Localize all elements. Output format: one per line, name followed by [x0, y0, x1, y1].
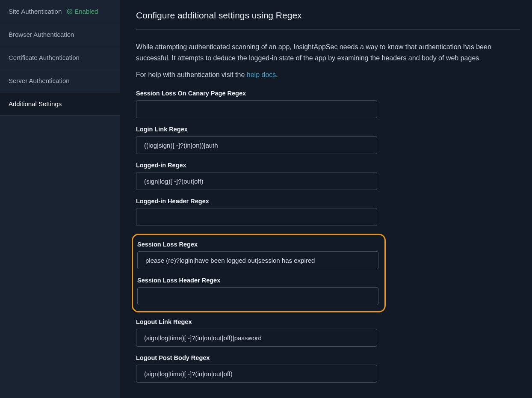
sidebar-item-label: Certificate Authentication: [9, 54, 80, 61]
sidebar-item-label: Site Authentication: [9, 8, 62, 15]
input-login-link[interactable]: [136, 136, 377, 154]
input-session-loss-canary[interactable]: [136, 100, 377, 118]
input-session-loss[interactable]: [137, 251, 378, 269]
page-title: Configure additional settings using Rege…: [136, 10, 520, 30]
input-session-loss-header[interactable]: [137, 287, 378, 305]
label-session-loss: Session Loss Regex: [137, 241, 380, 248]
help-prefix: For help with authentication visit the: [136, 71, 247, 78]
main-content: Configure additional settings using Rege…: [120, 0, 532, 398]
field-logout-link: Logout Link Regex: [136, 318, 520, 347]
field-session-loss-canary: Session Loss On Canary Page Regex: [136, 90, 520, 118]
sidebar-item-server-auth[interactable]: Server Authentication: [0, 69, 120, 92]
field-session-loss-header: Session Loss Header Regex: [133, 277, 380, 305]
sidebar-item-label: Server Authentication: [9, 77, 70, 84]
label-login-link: Login Link Regex: [136, 126, 520, 133]
help-suffix: .: [276, 71, 278, 78]
sidebar-item-label: Additional Settings: [9, 100, 62, 107]
label-session-loss-canary: Session Loss On Canary Page Regex: [136, 90, 520, 97]
label-logged-in: Logged-in Regex: [136, 162, 520, 169]
input-logged-in[interactable]: [136, 172, 377, 190]
field-session-loss: Session Loss Regex: [133, 241, 380, 269]
field-login-link: Login Link Regex: [136, 126, 520, 154]
label-logout-post-body: Logout Post Body Regex: [136, 354, 520, 361]
page-description: While attempting authenticated scanning …: [136, 42, 520, 63]
label-logged-in-header: Logged-in Header Regex: [136, 198, 520, 205]
sidebar-item-browser-auth[interactable]: Browser Authentication: [0, 23, 120, 46]
highlight-session-loss-group: Session Loss Regex Session Loss Header R…: [132, 234, 386, 312]
label-session-loss-header: Session Loss Header Regex: [137, 277, 380, 284]
help-line: For help with authentication visit the h…: [136, 71, 520, 79]
sidebar-item-label: Browser Authentication: [9, 31, 74, 38]
sidebar-item-additional-settings[interactable]: Additional Settings: [0, 92, 120, 116]
help-docs-link[interactable]: help docs: [247, 71, 276, 78]
settings-sidebar: Site Authentication Enabled Browser Auth…: [0, 0, 120, 398]
status-badge-enabled: Enabled: [67, 8, 98, 15]
input-logout-post-body[interactable]: [136, 365, 377, 383]
sidebar-item-certificate-auth[interactable]: Certificate Authentication: [0, 46, 120, 69]
field-logged-in: Logged-in Regex: [136, 162, 520, 190]
input-logged-in-header[interactable]: [136, 208, 377, 226]
field-logout-post-body: Logout Post Body Regex: [136, 354, 520, 383]
sidebar-item-site-auth[interactable]: Site Authentication Enabled: [0, 0, 120, 23]
check-circle-icon: [67, 9, 73, 15]
field-logged-in-header: Logged-in Header Regex: [136, 198, 520, 226]
label-logout-link: Logout Link Regex: [136, 318, 520, 325]
input-logout-link[interactable]: [136, 329, 377, 347]
status-label: Enabled: [74, 8, 98, 15]
